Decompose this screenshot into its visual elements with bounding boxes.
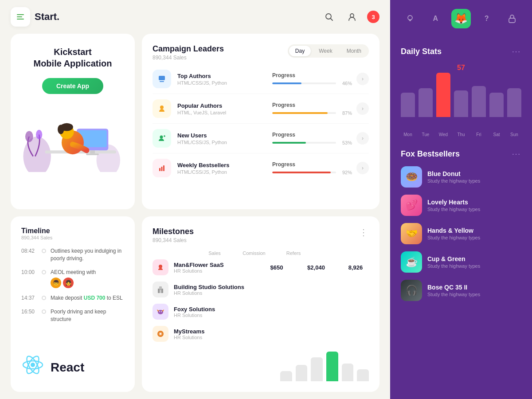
header-right: 3 <box>321 9 379 25</box>
top-authors-name: Top Authors <box>177 73 272 79</box>
ms-sub-4: HR Solutions <box>174 335 369 340</box>
user-icon[interactable] <box>344 9 360 25</box>
ms-icon-2 <box>153 282 168 297</box>
svg-point-13 <box>58 125 64 134</box>
progress-bar-1 <box>272 82 336 84</box>
react-logo-section: React <box>21 347 124 381</box>
progress-label-2: Progress <box>272 102 352 108</box>
tab-day[interactable]: Day <box>289 46 311 56</box>
sidebar-icon-question[interactable]: ? <box>477 9 497 28</box>
kickstart-title: Kickstart Mobile Application <box>33 46 112 69</box>
logo-line-1 <box>17 14 24 15</box>
progress-bar-wrap-1: 46% <box>272 81 352 86</box>
tl-text-3: Make deposit USD 700 to ESL <box>51 294 124 302</box>
fox-dots[interactable]: ⋯ <box>512 149 521 159</box>
fox-header: Fox Bestsellers ⋯ <box>401 149 521 159</box>
top-authors-progress: Progress 46% <box>272 72 352 86</box>
svg-point-37 <box>161 311 162 312</box>
logo-lines <box>17 14 24 20</box>
ms-col-labels: Sales Comission Refers <box>201 250 307 256</box>
fox-desc-lovely-hearts: Study the highway types <box>427 207 521 212</box>
ms-info-3: Foxy Solutions HR Solutions <box>174 306 369 318</box>
progress-bar-wrap-3: 53% <box>272 140 352 145</box>
ms-bar-2 <box>296 365 308 381</box>
chart-label-tue: Tue <box>419 132 433 137</box>
ms-icon-3 <box>153 304 168 320</box>
sidebar-icon-fox[interactable]: 🦊 <box>451 9 471 28</box>
notification-badge[interactable]: 3 <box>367 11 379 23</box>
campaign-header: Campaign Leaders 890,344 Sales Day Week … <box>153 44 369 61</box>
ms-info-4: MyStreams HR Solutions <box>174 328 369 340</box>
weekly-bestsellers-chevron[interactable]: › <box>356 162 369 174</box>
daily-stats-dots[interactable]: ⋯ <box>512 46 521 57</box>
svg-rect-17 <box>160 81 164 82</box>
fox-desc-hands-yellow: Study the highway types <box>427 235 521 240</box>
milestones-header: Milestones 890,344 Sales ⋮ <box>153 227 369 243</box>
fox-info-cup-green: Cup & Green Study the highway types <box>427 255 521 269</box>
chart-bar-sat <box>489 93 504 117</box>
chart-peak-label: 57 <box>457 64 465 72</box>
svg-point-41 <box>408 16 412 20</box>
new-users-info: New Users HTML/CSS/JS, Python <box>177 132 272 145</box>
weekly-bestsellers-progress: Progress 92% <box>272 161 352 175</box>
new-users-chevron[interactable]: › <box>356 132 369 145</box>
svg-point-0 <box>326 14 331 19</box>
sidebar-icon-bulb[interactable] <box>400 9 420 28</box>
popular-authors-chevron[interactable]: › <box>356 102 369 115</box>
weekly-bestsellers-tech: HTML/CSS/JS, Python <box>177 169 272 175</box>
sidebar-icon-lock[interactable] <box>502 9 522 28</box>
ms-refers-1: 8,926 <box>342 264 369 271</box>
new-users-name: New Users <box>177 132 272 139</box>
tab-month[interactable]: Month <box>340 46 368 56</box>
svg-point-19 <box>160 136 163 139</box>
progress-pct-3: 53% <box>340 140 352 145</box>
ms-row-1: Man&Flower SaaS HR Solutions $650 $2,040… <box>153 259 369 275</box>
tab-week[interactable]: Week <box>313 46 338 56</box>
top-authors-info: Top Authors HTML/CSS/JS, Python <box>177 73 272 86</box>
timeline-sub: 890,344 Sales <box>21 235 124 240</box>
fox-name-blue-donut: Blue Donut <box>427 170 521 177</box>
ms-bar-4-highlight <box>326 352 338 381</box>
fox-item-blue-donut[interactable]: 🍩 Blue Donut Study the highway types <box>401 166 521 188</box>
ms-info-2: Building Studio Solutions HR Solutions <box>174 284 369 296</box>
tl-dot-3 <box>42 296 46 300</box>
ms-commission-1: $2,040 <box>301 264 332 271</box>
progress-bar-wrap-2: 87% <box>272 110 352 116</box>
timeline-item-3: 14:37 Make deposit USD 700 to ESL <box>21 294 124 302</box>
create-app-button[interactable]: Create App <box>42 78 103 94</box>
search-icon[interactable] <box>321 9 337 25</box>
timeline-item-1: 08:42 Outlines keep you indulging in poo… <box>21 247 124 262</box>
top-authors-chevron[interactable]: › <box>356 73 369 85</box>
chart-label-fri: Fri <box>472 132 486 137</box>
ms-name-4: MyStreams <box>174 328 369 335</box>
ms-info-1: Man&Flower SaaS HR Solutions <box>174 262 263 274</box>
fox-item-bose[interactable]: 🎧 Bose QC 35 II Study the highway types <box>401 280 521 301</box>
chart-container: 57 <box>401 64 521 126</box>
progress-bar-2 <box>272 112 336 114</box>
ms-name-2: Building Studio Solutions <box>174 284 369 290</box>
ms-icon-4 <box>153 326 168 342</box>
logo-line-3 <box>17 19 24 20</box>
ds-header: Daily Stats ⋯ <box>401 46 521 57</box>
tl-text-1: Outlines keep you indulging in poorly dr… <box>51 247 124 262</box>
fox-info-bose: Bose QC 35 II Study the highway types <box>427 284 521 297</box>
highlight-usd: USD 700 <box>84 295 106 301</box>
svg-line-1 <box>331 19 332 20</box>
milestones-col-headers: Sales Comission Refers <box>153 250 369 259</box>
milestones-dots[interactable]: ⋮ <box>359 227 369 238</box>
ms-row-3: Foxy Solutions HR Solutions <box>153 304 369 320</box>
fox-item-lovely-hearts[interactable]: 💕 Lovely Hearts Study the highway types <box>401 195 521 216</box>
fox-item-hands-yellow[interactable]: 🤝 Hands & Yellow Study the highway types <box>401 223 521 244</box>
progress-fill-2 <box>272 112 328 114</box>
right-sidebar: A 🦊 ? Daily Stats ⋯ 57 Mon Tue <box>390 0 532 399</box>
sidebar-icon-a[interactable]: A <box>426 9 445 28</box>
ms-bar-3 <box>311 357 323 381</box>
chart-label-wed: Wed <box>436 132 450 137</box>
new-users-icon <box>153 129 171 148</box>
progress-pct-2: 87% <box>340 110 352 116</box>
fox-item-cup-green[interactable]: ☕ Cup & Green Study the highway types <box>401 251 521 273</box>
content-grid: Kickstart Mobile Application Create App <box>0 34 390 399</box>
chart-labels: Mon Tue Wed Thu Fri Sat Sun <box>401 129 521 140</box>
weekly-bestsellers-name: Weekly Bestsellers <box>177 162 272 168</box>
popular-authors-info: Popular Authors HTML, VueJS, Laravel <box>177 102 272 115</box>
